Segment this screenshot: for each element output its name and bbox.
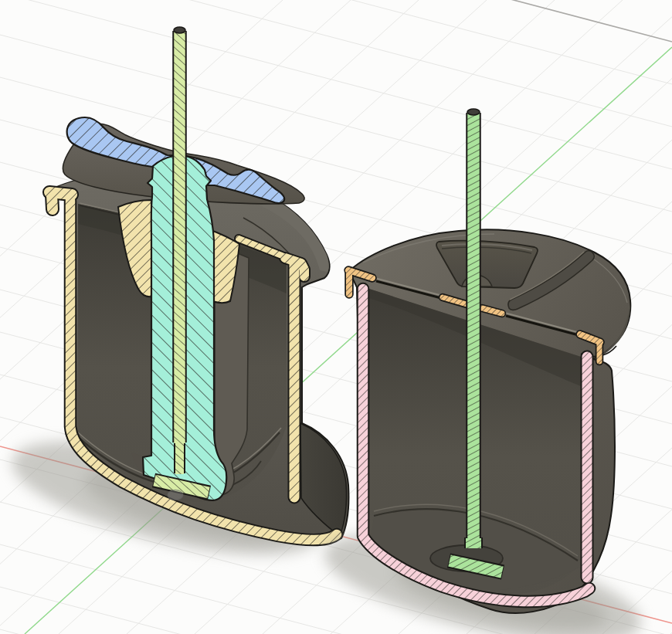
right-assembly[interactable] (315, 109, 650, 634)
right-shaft-cap (467, 109, 480, 115)
cad-viewport[interactable] (0, 0, 672, 634)
origin-marker[interactable] (168, 490, 183, 500)
left-shaft-cap (174, 27, 185, 33)
